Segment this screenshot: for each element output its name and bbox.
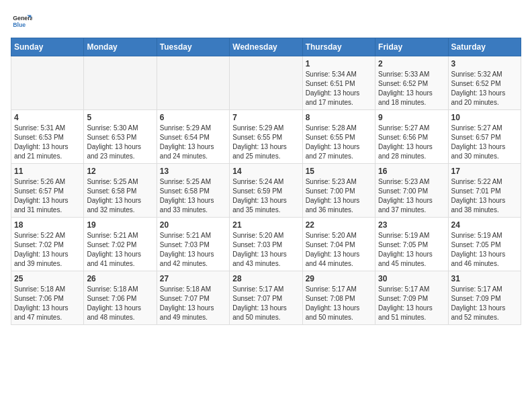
calendar-cell: 22Sunrise: 5:20 AMSunset: 7:04 PMDayligh… bbox=[302, 218, 375, 271]
day-number: 17 bbox=[451, 167, 518, 176]
calendar-table: SundayMondayTuesdayWednesdayThursdayFrid… bbox=[11, 38, 521, 325]
day-info: Sunrise: 5:18 AMSunset: 7:06 PMDaylight:… bbox=[14, 285, 81, 322]
calendar-cell: 30Sunrise: 5:17 AMSunset: 7:09 PMDayligh… bbox=[375, 271, 448, 325]
day-number: 8 bbox=[306, 113, 372, 122]
calendar-cell bbox=[157, 56, 229, 110]
day-info: Sunrise: 5:31 AMSunset: 6:53 PMDaylight:… bbox=[14, 124, 81, 161]
day-info: Sunrise: 5:25 AMSunset: 6:58 PMDaylight:… bbox=[87, 177, 153, 215]
day-info: Sunrise: 5:19 AMSunset: 7:05 PMDaylight:… bbox=[378, 231, 445, 269]
day-info: Sunrise: 5:17 AMSunset: 7:08 PMDaylight:… bbox=[306, 285, 372, 322]
calendar-week-4: 18Sunrise: 5:22 AMSunset: 7:02 PMDayligh… bbox=[11, 218, 521, 271]
day-number: 2 bbox=[378, 59, 445, 68]
day-number: 9 bbox=[378, 113, 445, 122]
day-info: Sunrise: 5:29 AMSunset: 6:54 PMDaylight:… bbox=[160, 124, 226, 161]
day-number: 26 bbox=[87, 274, 153, 283]
logo[interactable]: General Blue bbox=[11, 11, 32, 32]
calendar-cell bbox=[84, 56, 157, 110]
day-number: 21 bbox=[232, 220, 299, 230]
day-number: 15 bbox=[306, 167, 372, 176]
calendar-cell: 15Sunrise: 5:23 AMSunset: 7:00 PMDayligh… bbox=[302, 164, 375, 218]
calendar-cell bbox=[230, 56, 302, 110]
day-info: Sunrise: 5:25 AMSunset: 6:58 PMDaylight:… bbox=[160, 177, 226, 215]
day-number: 19 bbox=[87, 220, 153, 230]
day-info: Sunrise: 5:23 AMSunset: 7:00 PMDaylight:… bbox=[378, 177, 445, 215]
calendar-cell: 16Sunrise: 5:23 AMSunset: 7:00 PMDayligh… bbox=[375, 164, 448, 218]
day-info: Sunrise: 5:24 AMSunset: 6:59 PMDaylight:… bbox=[232, 177, 299, 215]
calendar-cell: 17Sunrise: 5:22 AMSunset: 7:01 PMDayligh… bbox=[448, 164, 521, 218]
day-number: 28 bbox=[232, 274, 299, 283]
day-number: 18 bbox=[14, 220, 81, 230]
day-info: Sunrise: 5:17 AMSunset: 7:07 PMDaylight:… bbox=[232, 285, 299, 322]
day-info: Sunrise: 5:32 AMSunset: 6:52 PMDaylight:… bbox=[451, 70, 518, 107]
column-header-friday: Friday bbox=[375, 38, 448, 56]
day-number: 13 bbox=[160, 167, 226, 176]
day-info: Sunrise: 5:21 AMSunset: 7:03 PMDaylight:… bbox=[160, 231, 226, 269]
calendar-cell: 24Sunrise: 5:19 AMSunset: 7:05 PMDayligh… bbox=[448, 218, 521, 271]
day-number: 31 bbox=[451, 274, 518, 283]
day-info: Sunrise: 5:28 AMSunset: 6:55 PMDaylight:… bbox=[306, 124, 372, 161]
day-number: 24 bbox=[451, 220, 518, 230]
calendar-cell: 2Sunrise: 5:33 AMSunset: 6:52 PMDaylight… bbox=[375, 56, 448, 110]
calendar-week-3: 11Sunrise: 5:26 AMSunset: 6:57 PMDayligh… bbox=[11, 164, 521, 218]
day-number: 20 bbox=[160, 220, 226, 230]
day-info: Sunrise: 5:17 AMSunset: 7:09 PMDaylight:… bbox=[451, 285, 518, 322]
day-info: Sunrise: 5:18 AMSunset: 7:07 PMDaylight:… bbox=[160, 285, 226, 322]
day-info: Sunrise: 5:23 AMSunset: 7:00 PMDaylight:… bbox=[306, 177, 372, 215]
svg-text:Blue: Blue bbox=[13, 21, 26, 28]
column-header-sunday: Sunday bbox=[11, 38, 84, 56]
calendar-cell: 10Sunrise: 5:27 AMSunset: 6:57 PMDayligh… bbox=[448, 110, 521, 164]
calendar-cell: 11Sunrise: 5:26 AMSunset: 6:57 PMDayligh… bbox=[11, 164, 84, 218]
calendar-cell: 12Sunrise: 5:25 AMSunset: 6:58 PMDayligh… bbox=[84, 164, 157, 218]
column-header-wednesday: Wednesday bbox=[230, 38, 302, 56]
calendar-cell: 19Sunrise: 5:21 AMSunset: 7:02 PMDayligh… bbox=[84, 218, 157, 271]
day-number: 6 bbox=[160, 113, 226, 122]
day-info: Sunrise: 5:22 AMSunset: 7:01 PMDaylight:… bbox=[451, 177, 518, 215]
column-header-saturday: Saturday bbox=[448, 38, 521, 56]
calendar-cell: 7Sunrise: 5:29 AMSunset: 6:55 PMDaylight… bbox=[230, 110, 302, 164]
calendar-cell: 23Sunrise: 5:19 AMSunset: 7:05 PMDayligh… bbox=[375, 218, 448, 271]
calendar-cell: 20Sunrise: 5:21 AMSunset: 7:03 PMDayligh… bbox=[157, 218, 229, 271]
day-info: Sunrise: 5:27 AMSunset: 6:57 PMDaylight:… bbox=[451, 124, 518, 161]
calendar-cell: 25Sunrise: 5:18 AMSunset: 7:06 PMDayligh… bbox=[11, 271, 84, 325]
day-number: 25 bbox=[14, 274, 81, 283]
day-number: 27 bbox=[160, 274, 226, 283]
day-number: 23 bbox=[378, 220, 445, 230]
day-number: 29 bbox=[306, 274, 372, 283]
day-info: Sunrise: 5:30 AMSunset: 6:53 PMDaylight:… bbox=[87, 124, 153, 161]
day-info: Sunrise: 5:29 AMSunset: 6:55 PMDaylight:… bbox=[232, 124, 299, 161]
page-header: General Blue bbox=[11, 11, 521, 32]
calendar-cell: 13Sunrise: 5:25 AMSunset: 6:58 PMDayligh… bbox=[157, 164, 229, 218]
day-number: 16 bbox=[378, 167, 445, 176]
calendar-cell bbox=[11, 56, 84, 110]
calendar-cell: 27Sunrise: 5:18 AMSunset: 7:07 PMDayligh… bbox=[157, 271, 229, 325]
day-number: 14 bbox=[232, 167, 299, 176]
day-number: 12 bbox=[87, 167, 153, 176]
day-info: Sunrise: 5:21 AMSunset: 7:02 PMDaylight:… bbox=[87, 231, 153, 269]
calendar-cell: 6Sunrise: 5:29 AMSunset: 6:54 PMDaylight… bbox=[157, 110, 229, 164]
calendar-week-1: 1Sunrise: 5:34 AMSunset: 6:51 PMDaylight… bbox=[11, 56, 521, 110]
logo-icon: General Blue bbox=[11, 11, 32, 32]
day-info: Sunrise: 5:33 AMSunset: 6:52 PMDaylight:… bbox=[378, 70, 445, 107]
calendar-week-5: 25Sunrise: 5:18 AMSunset: 7:06 PMDayligh… bbox=[11, 271, 521, 325]
day-info: Sunrise: 5:18 AMSunset: 7:06 PMDaylight:… bbox=[87, 285, 153, 322]
day-info: Sunrise: 5:27 AMSunset: 6:56 PMDaylight:… bbox=[378, 124, 445, 161]
day-number: 1 bbox=[306, 59, 372, 68]
calendar-cell: 31Sunrise: 5:17 AMSunset: 7:09 PMDayligh… bbox=[448, 271, 521, 325]
day-info: Sunrise: 5:34 AMSunset: 6:51 PMDaylight:… bbox=[306, 70, 372, 107]
calendar-cell: 28Sunrise: 5:17 AMSunset: 7:07 PMDayligh… bbox=[230, 271, 302, 325]
column-header-thursday: Thursday bbox=[302, 38, 375, 56]
calendar-week-2: 4Sunrise: 5:31 AMSunset: 6:53 PMDaylight… bbox=[11, 110, 521, 164]
calendar-cell: 21Sunrise: 5:20 AMSunset: 7:03 PMDayligh… bbox=[230, 218, 302, 271]
day-number: 7 bbox=[232, 113, 299, 122]
day-number: 3 bbox=[451, 59, 518, 68]
calendar-cell: 8Sunrise: 5:28 AMSunset: 6:55 PMDaylight… bbox=[302, 110, 375, 164]
calendar-cell: 3Sunrise: 5:32 AMSunset: 6:52 PMDaylight… bbox=[448, 56, 521, 110]
day-number: 4 bbox=[14, 113, 81, 122]
day-info: Sunrise: 5:17 AMSunset: 7:09 PMDaylight:… bbox=[378, 285, 445, 322]
calendar-cell: 9Sunrise: 5:27 AMSunset: 6:56 PMDaylight… bbox=[375, 110, 448, 164]
day-info: Sunrise: 5:19 AMSunset: 7:05 PMDaylight:… bbox=[451, 231, 518, 269]
day-number: 30 bbox=[378, 274, 445, 283]
calendar-cell: 29Sunrise: 5:17 AMSunset: 7:08 PMDayligh… bbox=[302, 271, 375, 325]
calendar-cell: 5Sunrise: 5:30 AMSunset: 6:53 PMDaylight… bbox=[84, 110, 157, 164]
day-info: Sunrise: 5:20 AMSunset: 7:04 PMDaylight:… bbox=[306, 231, 372, 269]
